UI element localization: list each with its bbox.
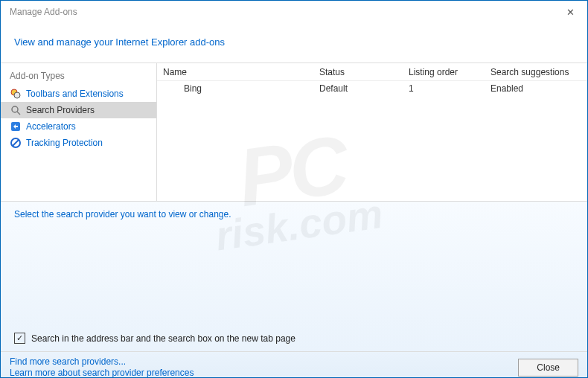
checkbox-label: Search in the address bar and the search… — [31, 333, 295, 344]
col-header-listing[interactable]: Listing order — [403, 64, 485, 80]
svg-line-6 — [13, 140, 19, 146]
sidebar: Add-on Types Toolbars and Extensions Sea… — [1, 63, 157, 201]
tracking-protection-icon — [10, 137, 22, 149]
title-bar: Manage Add-ons ✕ — [1, 1, 587, 23]
sidebar-item-accelerators[interactable]: Accelerators — [1, 118, 156, 135]
accelerators-icon — [10, 121, 22, 132]
svg-point-1 — [14, 92, 20, 98]
details-prompt: Select the search provider you want to v… — [14, 209, 574, 220]
window-title: Manage Add-ons — [7, 7, 77, 17]
find-more-link[interactable]: Find more search providers... — [10, 356, 194, 367]
svg-line-3 — [17, 112, 20, 115]
sidebar-header: Add-on Types — [1, 63, 156, 86]
checkbox-row: ✓ Search in the address bar and the sear… — [14, 333, 295, 344]
content-panel: Name Status Listing order Search suggest… — [157, 63, 587, 201]
cell-name: Bing — [157, 82, 313, 95]
search-address-bar-checkbox[interactable]: ✓ — [14, 333, 25, 344]
sidebar-item-toolbars[interactable]: Toolbars and Extensions — [1, 86, 156, 102]
close-icon[interactable]: ✕ — [559, 4, 581, 19]
details-panel: Select the search provider you want to v… — [1, 201, 587, 351]
col-header-status[interactable]: Status — [313, 64, 403, 80]
footer-links: Find more search providers... Learn more… — [10, 356, 194, 378]
table-row[interactable]: Bing Default 1 Enabled — [157, 81, 587, 96]
cell-search: Enabled — [485, 82, 587, 95]
toolbars-icon — [10, 88, 22, 100]
footer: Find more search providers... Learn more… — [1, 351, 587, 378]
cell-status: Default — [313, 82, 403, 95]
sidebar-item-label: Tracking Protection — [26, 138, 103, 148]
column-headers: Name Status Listing order Search suggest… — [157, 63, 587, 81]
main-area: Add-on Types Toolbars and Extensions Sea… — [1, 63, 587, 201]
col-header-name[interactable]: Name — [157, 64, 313, 80]
svg-point-2 — [12, 106, 18, 112]
sidebar-item-label: Accelerators — [26, 121, 76, 132]
sidebar-item-label: Toolbars and Extensions — [26, 89, 124, 99]
search-icon — [10, 104, 22, 116]
sidebar-item-tracking-protection[interactable]: Tracking Protection — [1, 135, 156, 151]
cell-listing: 1 — [403, 82, 485, 95]
col-header-search[interactable]: Search suggestions — [485, 64, 587, 80]
learn-more-link[interactable]: Learn more about search provider prefere… — [10, 368, 194, 378]
sidebar-item-label: Search Providers — [26, 105, 95, 115]
sidebar-item-search-providers[interactable]: Search Providers — [1, 102, 156, 118]
close-button[interactable]: Close — [518, 359, 578, 377]
page-subtitle: View and manage your Internet Explorer a… — [1, 23, 587, 63]
